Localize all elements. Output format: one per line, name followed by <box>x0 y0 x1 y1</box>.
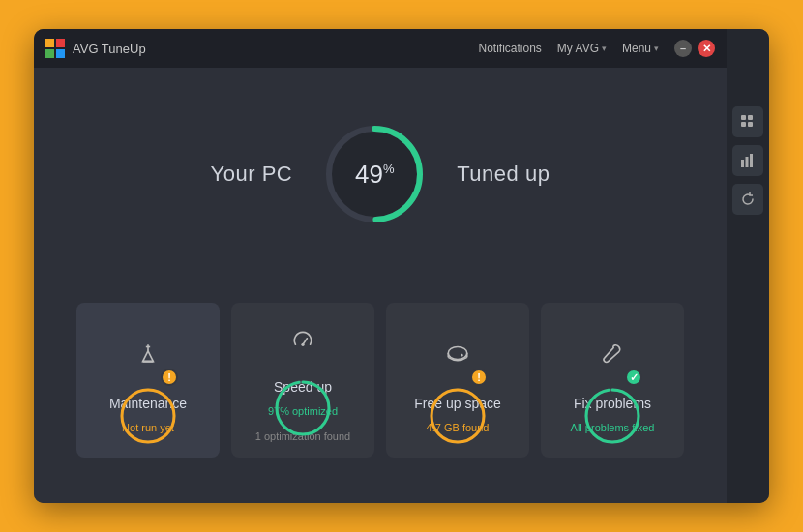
svg-point-7 <box>122 390 174 442</box>
maintenance-icon <box>135 340 161 371</box>
speed-up-card[interactable]: Speed up 97% optimized 1 optimization fo… <box>231 303 374 458</box>
app-title: AVG TuneUp <box>73 42 146 56</box>
svg-point-22 <box>586 390 639 442</box>
fix-problems-icon <box>600 340 625 371</box>
svg-rect-27 <box>741 160 744 167</box>
svg-rect-2 <box>45 49 54 58</box>
svg-rect-29 <box>750 154 753 167</box>
my-avg-chevron: ▾ <box>602 44 607 53</box>
cards-section: ! Maintenance Not run yet <box>34 281 727 503</box>
refresh-button[interactable] <box>732 184 763 215</box>
svg-point-16 <box>431 390 484 442</box>
svg-rect-1 <box>56 39 65 47</box>
speed-up-icon-wrap <box>273 318 333 369</box>
svg-point-14 <box>301 342 304 345</box>
svg-point-17 <box>448 347 467 360</box>
progress-circle: 49% <box>321 121 428 227</box>
svg-rect-3 <box>56 49 65 58</box>
free-up-space-card[interactable]: ! Free up space 4.7 GB found <box>386 303 529 458</box>
svg-point-12 <box>277 382 329 434</box>
svg-point-20 <box>461 354 463 357</box>
fix-problems-card[interactable]: ✓ Fix problems All problems fixed <box>541 303 684 458</box>
maintenance-icon-wrap: ! <box>118 326 178 386</box>
avg-logo <box>45 39 65 58</box>
close-button[interactable]: ✕ <box>698 40 715 57</box>
svg-rect-26 <box>748 122 753 127</box>
hero-left-label: Your PC <box>211 162 293 187</box>
free-up-space-icon-wrap: ! <box>428 326 488 386</box>
circle-text: 49% <box>355 160 394 190</box>
hero-right-label: Tuned up <box>457 162 550 187</box>
svg-rect-28 <box>746 157 749 167</box>
maintenance-card[interactable]: ! Maintenance Not run yet <box>76 303 220 458</box>
svg-rect-24 <box>748 115 753 120</box>
main-window: AVG TuneUp Notifications My AVG ▾ Menu ▾… <box>34 29 769 503</box>
titlebar: AVG TuneUp Notifications My AVG ▾ Menu ▾… <box>34 29 727 68</box>
speed-up-icon <box>290 329 315 360</box>
titlebar-left: AVG TuneUp <box>45 39 146 58</box>
menu-chevron: ▾ <box>654 44 659 53</box>
main-content: AVG TuneUp Notifications My AVG ▾ Menu ▾… <box>34 29 727 503</box>
minimize-button[interactable]: – <box>674 40 692 57</box>
circle-percent: 49% <box>355 160 394 189</box>
window-controls: – ✕ <box>674 40 715 57</box>
notifications-nav[interactable]: Notifications <box>478 42 541 55</box>
bar-chart-button[interactable] <box>732 145 763 176</box>
svg-rect-25 <box>741 122 746 127</box>
grid-view-button[interactable] <box>732 106 763 137</box>
menu-nav[interactable]: Menu ▾ <box>622 42 659 55</box>
free-up-space-icon <box>445 340 470 371</box>
svg-rect-23 <box>741 115 746 120</box>
fix-problems-icon-wrap: ✓ <box>582 326 642 386</box>
sidebar-right <box>727 29 769 503</box>
my-avg-nav[interactable]: My AVG ▾ <box>557 42 607 55</box>
titlebar-right: Notifications My AVG ▾ Menu ▾ – ✕ <box>478 40 715 57</box>
hero-section: Your PC 49% Tuned up <box>34 68 727 281</box>
svg-rect-0 <box>45 39 54 47</box>
